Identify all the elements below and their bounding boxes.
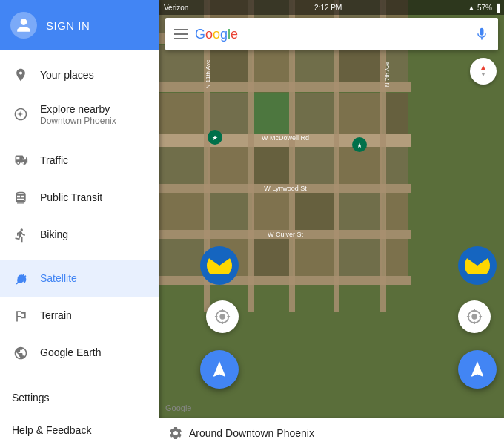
- public-transit-label: Public Transit: [40, 191, 102, 204]
- traffic-icon: [12, 152, 30, 170]
- sidebar-item-public-transit[interactable]: Public Transit: [0, 179, 159, 217]
- biking-label: Biking: [40, 228, 68, 241]
- battery-icon: ▐: [494, 4, 500, 12]
- explore-icon: [12, 105, 30, 123]
- svg-rect-32: [293, 193, 334, 230]
- nav-divider-1: [0, 139, 159, 139]
- earth-icon: [12, 344, 30, 362]
- gear-icon[interactable]: [168, 426, 183, 441]
- svg-rect-24: [252, 147, 289, 184]
- svg-point-58: [219, 314, 225, 319]
- google-logo: Google: [195, 27, 467, 42]
- svg-rect-40: [337, 239, 382, 276]
- traffic-label: Traffic: [40, 154, 68, 167]
- bottom-bar: Around Downtown Phoenix: [159, 418, 504, 448]
- battery-text: ▲ 57% ▐: [468, 4, 500, 12]
- sidebar-item-google-earth[interactable]: Google Earth: [0, 335, 159, 372]
- pin-icon: [12, 66, 30, 84]
- svg-text:★: ★: [357, 142, 362, 149]
- wifi-icon: ▲: [468, 4, 475, 12]
- svg-rect-22: [159, 147, 204, 184]
- location-button-left[interactable]: [206, 300, 239, 333]
- svg-rect-27: [385, 147, 408, 184]
- svg-rect-36: [159, 239, 204, 276]
- sidebar-nav: Your places Explore nearby Downtown Phoe…: [0, 50, 159, 448]
- sidebar: SIGN IN Your places Explore nearby Downt…: [0, 0, 159, 448]
- svg-rect-17: [252, 93, 289, 134]
- pacman-shape-right: [465, 253, 490, 278]
- navigate-button-right[interactable]: [458, 350, 497, 389]
- svg-rect-14: [159, 82, 411, 92]
- svg-text:W Culver St: W Culver St: [268, 231, 304, 238]
- sidebar-item-help-feedback[interactable]: Help & Feedback: [0, 414, 159, 447]
- svg-text:★: ★: [212, 134, 218, 142]
- svg-rect-30: [208, 193, 248, 230]
- sidebar-item-your-places[interactable]: Your places: [0, 56, 159, 93]
- search-bar: Google: [165, 18, 498, 50]
- svg-rect-15: [159, 93, 204, 134]
- svg-rect-41: [385, 239, 408, 276]
- explore-labels: Explore nearby Downtown Phoenix: [40, 103, 116, 126]
- battery-percentage: 57%: [477, 4, 492, 12]
- sidebar-item-biking[interactable]: Biking: [0, 217, 159, 254]
- terrain-label: Terrain: [40, 309, 72, 322]
- terrain-icon: [12, 307, 30, 325]
- satellite-icon: [12, 270, 30, 288]
- svg-rect-18: [293, 93, 334, 134]
- pacman-button-left[interactable]: [200, 246, 239, 285]
- hamburger-menu[interactable]: [174, 29, 188, 39]
- satellite-label: Satellite: [40, 272, 77, 285]
- microphone-icon[interactable]: [474, 27, 489, 42]
- svg-text:N 7th Ave: N 7th Ave: [384, 61, 391, 87]
- pacman-button-right[interactable]: [458, 246, 497, 285]
- svg-rect-29: [159, 193, 204, 230]
- svg-rect-31: [252, 193, 289, 230]
- svg-rect-33: [337, 193, 382, 230]
- svg-rect-38: [252, 239, 289, 276]
- svg-rect-25: [293, 147, 334, 184]
- time-text: 2:12 PM: [314, 4, 342, 12]
- sidebar-item-traffic[interactable]: Traffic: [0, 142, 159, 179]
- svg-rect-42: [159, 276, 411, 285]
- svg-rect-19: [337, 93, 382, 134]
- sidebar-item-explore-nearby[interactable]: Explore nearby Downtown Phoenix: [0, 93, 159, 136]
- pacman-shape-left: [207, 253, 232, 278]
- svg-text:N 11th Ave: N 11th Ave: [205, 59, 211, 89]
- svg-rect-34: [385, 193, 408, 230]
- your-places-label: Your places: [40, 69, 94, 82]
- google-watermark: Google: [165, 403, 191, 412]
- avatar[interactable]: [10, 12, 37, 39]
- status-bar: Verizon 2:12 PM ▲ 57% ▐: [159, 0, 504, 15]
- around-text: Around Downtown Phoenix: [189, 427, 314, 439]
- svg-rect-20: [385, 93, 408, 134]
- explore-label: Explore nearby: [40, 103, 116, 116]
- svg-rect-26: [337, 147, 382, 184]
- map-area[interactable]: W McDowell Rd W Lynwood St W Culver St N…: [159, 0, 504, 448]
- svg-point-64: [471, 314, 477, 319]
- carrier-text: Verizon: [164, 4, 188, 12]
- bottom-nav: Settings Help & Feedback Insert coin Hig…: [0, 378, 159, 448]
- compass-north: ▲: [476, 64, 491, 71]
- sidebar-item-settings[interactable]: Settings: [0, 381, 159, 414]
- bike-icon: [12, 226, 30, 244]
- sidebar-item-satellite[interactable]: Satellite: [0, 260, 159, 297]
- nav-divider-3: [0, 375, 159, 375]
- compass-inner: ▲ ▼: [476, 64, 491, 79]
- sidebar-header[interactable]: SIGN IN: [0, 0, 159, 50]
- sidebar-item-terrain[interactable]: Terrain: [0, 297, 159, 335]
- compass[interactable]: ▲ ▼: [470, 58, 497, 85]
- svg-rect-39: [293, 239, 334, 276]
- svg-text:W Lynwood St: W Lynwood St: [264, 185, 307, 192]
- explore-sublabel: Downtown Phoenix: [40, 116, 116, 126]
- nav-divider-2: [0, 257, 159, 257]
- navigate-button-left[interactable]: [200, 350, 239, 389]
- svg-text:W McDowell Rd: W McDowell Rd: [262, 134, 309, 142]
- svg-rect-16: [208, 93, 248, 134]
- transit-icon: [12, 189, 30, 207]
- location-button-right[interactable]: [458, 300, 491, 333]
- google-earth-label: Google Earth: [40, 346, 102, 359]
- compass-south: ▼: [476, 71, 491, 78]
- sign-in-button[interactable]: SIGN IN: [46, 19, 90, 32]
- svg-rect-23: [208, 147, 248, 184]
